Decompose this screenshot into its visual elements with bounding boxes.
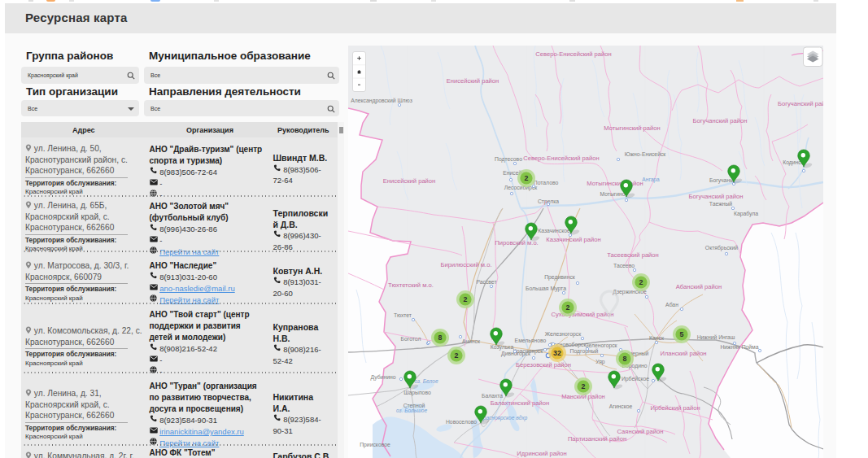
svg-text:32: 32 <box>553 349 561 357</box>
svg-text:Предивинск: Предивинск <box>544 274 575 281</box>
svg-text:Казачинский район: Казачинский район <box>546 236 600 243</box>
svg-text:Ирбейский район: Ирбейский район <box>650 404 700 412</box>
svg-text:2: 2 <box>639 278 643 286</box>
svg-text:Енисейский район: Енисейский район <box>383 177 436 185</box>
svg-text:Ирбейское: Ирбейское <box>622 376 649 382</box>
svg-text:Мотыгинский район: Мотыгинский район <box>587 180 643 187</box>
svg-text:Дубинино: Дубинино <box>370 374 395 381</box>
svg-text:Железногорск: Железногорск <box>545 331 581 338</box>
svg-text:оз. Большое: оз. Большое <box>396 408 427 413</box>
svg-text:Балахтинский район: Балахтинский район <box>491 399 549 407</box>
svg-text:Ангара: Ангара <box>642 177 660 183</box>
svg-text:Абан: Абан <box>665 302 678 308</box>
svg-text:Богучанский район: Богучанский район <box>689 193 744 200</box>
svg-text:Балахта: Балахта <box>482 393 503 399</box>
svg-text:Северо-Енисейский район: Северо-Енисейский район <box>523 155 599 162</box>
svg-text:Октябрьский: Октябрьский <box>705 245 739 251</box>
svg-text:Тюхтет: Тюхтет <box>394 312 412 318</box>
svg-text:Тасеево: Тасеево <box>613 263 635 268</box>
svg-text:Таежный: Таежный <box>709 201 733 207</box>
svg-text:Северо-Енисейский район: Северо-Енисейский район <box>535 50 611 58</box>
svg-text:Ачинск: Ачинск <box>462 338 480 344</box>
svg-text:Абанский район: Абанский район <box>676 283 722 290</box>
svg-text:Приисковое: Приисковое <box>360 442 390 448</box>
svg-text:Уяр: Уяр <box>595 359 605 365</box>
svg-text:Емельяново: Емельяново <box>515 338 547 343</box>
svg-text:8: 8 <box>623 355 627 363</box>
svg-text:Карабула: Карабула <box>734 211 758 217</box>
svg-text:Канск: Канск <box>649 335 664 341</box>
svg-text:2: 2 <box>566 303 570 312</box>
svg-text:Поталово: Поталово <box>534 180 559 185</box>
svg-text:2: 2 <box>455 351 459 360</box>
svg-text:Саянский район: Саянский район <box>617 428 664 435</box>
svg-text:Большая Мурта: Большая Мурта <box>526 286 566 292</box>
svg-text:Шарыпово: Шарыпово <box>403 390 431 396</box>
svg-text:Южно-Енисейск: Южно-Енисейск <box>625 151 666 157</box>
svg-text:8: 8 <box>438 334 443 342</box>
svg-text:Мотыгинский район: Мотыгинский район <box>604 124 660 132</box>
svg-text:Партизанский район: Партизанский район <box>568 435 626 443</box>
svg-text:Подтесово: Подтесово <box>495 156 522 163</box>
svg-text:Нижняя Пойма: Нижняя Пойма <box>720 344 758 350</box>
svg-text:Казачинское: Казачинское <box>538 228 570 233</box>
svg-text:оз. Белое: оз. Белое <box>414 378 438 384</box>
svg-text:Новоселово: Новоселово <box>446 419 477 425</box>
svg-text:Богучанский райо: Богучанский райо <box>778 100 823 107</box>
svg-text:Богучаны: Богучаны <box>709 177 734 184</box>
svg-text:2: 2 <box>582 382 586 390</box>
svg-text:Бирилюсский м.о.: Бирилюсский м.о. <box>441 261 492 268</box>
svg-text:2: 2 <box>525 174 529 182</box>
svg-text:Иланский район: Иланский район <box>660 350 706 357</box>
svg-text:Подгорный: Подгорный <box>570 348 599 355</box>
svg-text:5: 5 <box>680 330 684 338</box>
svg-text:Нижний Ингаш: Нижний Ингаш <box>697 334 735 340</box>
svg-text:Агинское: Агинское <box>609 403 633 409</box>
svg-text:Енисейский район: Енисейский район <box>447 77 499 85</box>
svg-text:Богучанский район: Богучанский район <box>693 117 748 124</box>
svg-text:Тасеевский район: Тасеевский район <box>607 251 659 259</box>
svg-text:Боготол: Боготол <box>401 336 421 342</box>
svg-text:Тюхтетский м.о.: Тюхтетский м.о. <box>388 281 434 289</box>
svg-text:Александровский Шлюз: Александровский Шлюз <box>351 98 412 104</box>
svg-text:Рассвет: Рассвет <box>476 279 496 285</box>
svg-text:2: 2 <box>464 295 468 303</box>
svg-text:Идринский район: Идринский район <box>517 450 566 457</box>
svg-text:Мотыгино: Мотыгино <box>600 191 625 197</box>
svg-text:Березовский район: Березовский район <box>516 361 571 369</box>
